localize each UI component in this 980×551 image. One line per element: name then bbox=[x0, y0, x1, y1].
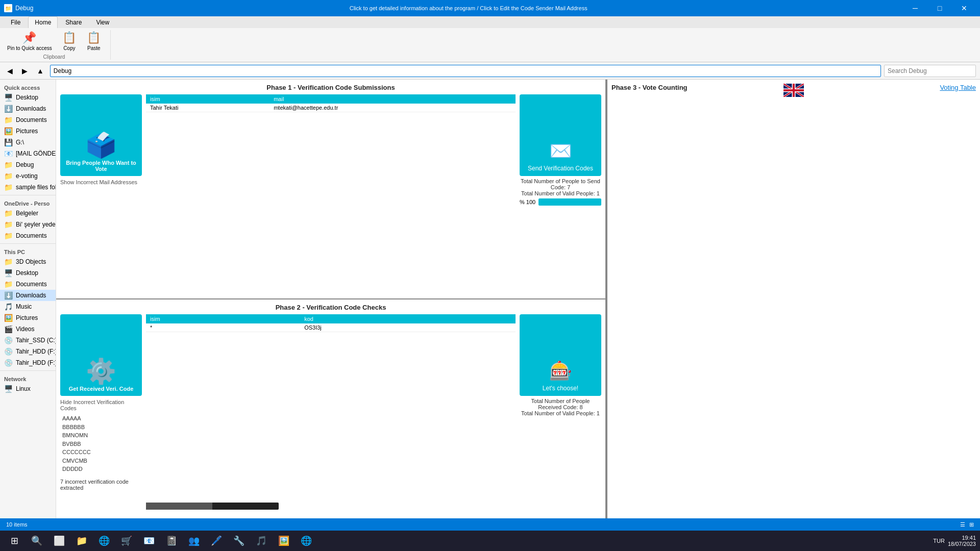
phase2-name-cell: * bbox=[146, 323, 300, 332]
search-input[interactable] bbox=[884, 65, 976, 77]
taskview-button[interactable]: ⬜ bbox=[49, 532, 69, 550]
copy-button[interactable]: 📋 Copy bbox=[59, 30, 80, 52]
start-button[interactable]: ⊞ bbox=[4, 532, 24, 550]
sidebar-item-downloads-pc[interactable]: ⬇️ Downloads bbox=[0, 290, 56, 301]
phase2-content: ⚙️ Get Received Veri. Code Hide Incorrec… bbox=[60, 314, 601, 510]
phase2-send-section: 🎰 Let's choose! Total Number of People R… bbox=[520, 314, 601, 510]
phase1-progress-percent: % 100 bbox=[520, 199, 535, 205]
tab-file[interactable]: File bbox=[4, 16, 27, 28]
sidebar-item-pictures-pc[interactable]: 🖼️ Pictures bbox=[0, 312, 56, 323]
3dobjects-icon: 📁 bbox=[4, 258, 13, 266]
paste-button[interactable]: 📋 Paste bbox=[84, 30, 104, 52]
explorer-button[interactable]: 📁 bbox=[71, 532, 92, 550]
sidebar-item-pictures-qa[interactable]: 🖼️ Pictures bbox=[0, 126, 56, 137]
search-taskbar-button[interactable]: 🔍 bbox=[27, 532, 47, 550]
linux-icon: 🖥️ bbox=[4, 385, 13, 393]
sidebar-item-downloads-qa[interactable]: ⬇️ Downloads bbox=[0, 103, 56, 114]
voting-table-link[interactable]: Voting Table bbox=[940, 84, 976, 91]
g-drive-icon: 💾 bbox=[4, 138, 13, 146]
sidebar-item-desktop-qa[interactable]: 🖥️ Desktop bbox=[0, 92, 56, 103]
forward-button[interactable]: ▶ bbox=[19, 65, 31, 77]
sidebar-item-linux[interactable]: 🖥️ Linux bbox=[0, 383, 56, 394]
show-incorrect-mail-link[interactable]: Show Incorrect Mail Addresses bbox=[60, 178, 142, 185]
sidebar-item-videos[interactable]: 🎬 Videos bbox=[0, 323, 56, 335]
address-input[interactable] bbox=[50, 65, 881, 77]
back-button[interactable]: ◀ bbox=[4, 65, 16, 77]
send-codes-button[interactable]: ✉️ Send Verification Codes bbox=[520, 94, 601, 176]
mail-taskbar-button[interactable]: 📧 bbox=[139, 532, 159, 550]
sidebar-item-biseyler[interactable]: 📁 Bi' şeyler yedek bbox=[0, 219, 56, 230]
sidebar-item-desktop-pc[interactable]: 🖥️ Desktop bbox=[0, 267, 56, 279]
tab-share[interactable]: Share bbox=[59, 16, 88, 28]
restore-button[interactable]: □ bbox=[928, 0, 951, 16]
send-codes-label: Send Verification Codes bbox=[528, 165, 593, 172]
biseyler-icon: 📁 bbox=[4, 220, 13, 229]
app3-button[interactable]: 🖼️ bbox=[274, 532, 294, 550]
bring-people-button[interactable]: 🗳️ Bring People Who Want to Vote bbox=[60, 94, 142, 176]
phase2-col-code: kod bbox=[300, 314, 516, 323]
phase2-code-cell: OS3I3j bbox=[300, 323, 516, 332]
sidebar-item-sample-label: sample files fol bbox=[16, 184, 56, 191]
sidebar-item-evoting-label: e-voting bbox=[16, 172, 38, 180]
status-item-count: 10 items bbox=[6, 521, 28, 528]
tab-home[interactable]: Home bbox=[28, 16, 58, 28]
pictures-qa-icon: 🖼️ bbox=[4, 127, 13, 135]
vscode-button[interactable]: 🖊️ bbox=[206, 532, 227, 550]
title-bar-controls: ─ □ ✕ bbox=[903, 0, 976, 16]
store-button[interactable]: 🛒 bbox=[116, 532, 137, 550]
get-veri-code-button[interactable]: ⚙️ Get Received Veri. Code bbox=[60, 314, 142, 396]
status-view-details[interactable]: ☰ bbox=[960, 521, 965, 528]
sidebar-item-hdd2[interactable]: 💿 Tahir_HDD (F:) bbox=[0, 357, 56, 368]
onenote-button[interactable]: 📓 bbox=[161, 532, 182, 550]
sidebar-item-sample[interactable]: 📁 sample files fol bbox=[0, 182, 56, 193]
hdd2-icon: 💿 bbox=[4, 359, 13, 367]
sidebar-item-documents-qa[interactable]: 📁 Documents bbox=[0, 114, 56, 126]
sidebar-item-mail-label: [MAIL GÖNDER bbox=[16, 150, 56, 157]
phase1-table-area: isim mail Tahir Tekati mtekati@hacettepe… bbox=[146, 94, 516, 290]
onedrive-label: OneDrive - Perso bbox=[0, 197, 56, 208]
main-layout: Quick access 🖥️ Desktop ⬇️ Downloads 📁 D… bbox=[0, 80, 980, 518]
edge-button[interactable]: 🌐 bbox=[94, 532, 114, 550]
sidebar-item-debug[interactable]: 📁 Debug bbox=[0, 159, 56, 170]
phase1-table: isim mail Tahir Tekati mtekati@hacettepe… bbox=[146, 94, 516, 112]
phase1-send-section: ✉️ Send Verification Codes Total Number … bbox=[520, 94, 601, 290]
sidebar-item-linux-label: Linux bbox=[16, 385, 31, 392]
chrome-button[interactable]: 🌐 bbox=[296, 532, 316, 550]
clipboard-group: 📌 Pin to Quick access 📋 Copy 📋 Paste Cli… bbox=[4, 30, 111, 60]
phase2-title: Phase 2 - Verification Code Checks bbox=[60, 304, 601, 311]
lets-choose-button[interactable]: 🎰 Let's choose! bbox=[520, 314, 601, 396]
phase2-stat1: Total Number of People Received Code: 8 bbox=[520, 398, 601, 410]
ribbon-tabs: File Home Share View bbox=[0, 16, 980, 28]
phase1-title: Phase 1 - Verification Code Submissions bbox=[60, 84, 601, 91]
sidebar-item-pictures-pc-label: Pictures bbox=[16, 314, 38, 321]
table-row: * OS3I3j bbox=[146, 323, 516, 332]
app2-button[interactable]: 🎵 bbox=[251, 532, 272, 550]
sidebar-item-hdd1[interactable]: 💿 Tahir_HDD (F:) bbox=[0, 346, 56, 357]
tab-view[interactable]: View bbox=[89, 16, 116, 28]
app1-button[interactable]: 🔧 bbox=[229, 532, 249, 550]
paste-label: Paste bbox=[87, 45, 101, 51]
teams-button[interactable]: 👥 bbox=[184, 532, 204, 550]
sidebar-item-mail[interactable]: 📧 [MAIL GÖNDER bbox=[0, 148, 56, 159]
bring-people-label: Bring People Who Want to Vote bbox=[64, 160, 138, 172]
hide-incorrect-link[interactable]: Hide Incorrect Verification Codes bbox=[60, 398, 142, 411]
sidebar-item-ssd[interactable]: 💿 Tahir_SSD (C:) bbox=[0, 335, 56, 346]
status-view-tiles[interactable]: ⊞ bbox=[969, 521, 974, 528]
sidebar-item-3dobjects[interactable]: 📁 3D Objects bbox=[0, 256, 56, 267]
pin-button[interactable]: 📌 Pin to Quick access bbox=[4, 30, 55, 52]
ssd-icon: 💿 bbox=[4, 336, 13, 344]
up-button[interactable]: ▲ bbox=[34, 65, 47, 77]
close-button[interactable]: ✕ bbox=[952, 0, 976, 16]
sidebar: Quick access 🖥️ Desktop ⬇️ Downloads 📁 D… bbox=[0, 80, 56, 518]
sidebar-item-music-label: Music bbox=[16, 303, 32, 310]
sidebar-item-g[interactable]: 💾 G:\ bbox=[0, 137, 56, 148]
sidebar-item-documents-pc[interactable]: 📁 Documents bbox=[0, 279, 56, 290]
sidebar-item-documents-od[interactable]: 📁 Documents bbox=[0, 230, 56, 241]
sidebar-item-evoting[interactable]: 📁 e-voting bbox=[0, 170, 56, 182]
sidebar-item-music[interactable]: 🎵 Music bbox=[0, 301, 56, 312]
minimize-button[interactable]: ─ bbox=[903, 0, 927, 16]
sidebar-item-belgeler-label: Belgeler bbox=[16, 210, 38, 217]
sidebar-item-belgeler[interactable]: 📁 Belgeler bbox=[0, 208, 56, 219]
sidebar-item-g-label: G:\ bbox=[16, 139, 24, 146]
sidebar-item-biseyler-label: Bi' şeyler yedek bbox=[16, 221, 56, 228]
